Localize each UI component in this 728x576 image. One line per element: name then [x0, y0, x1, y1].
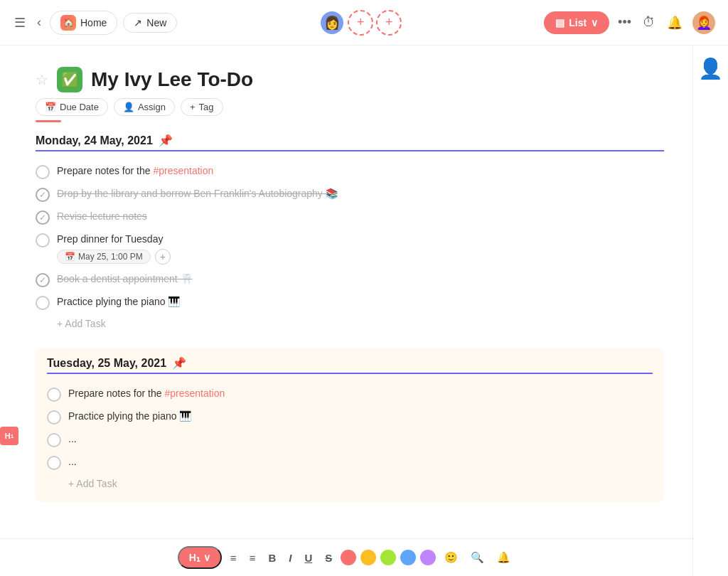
- task-item: Prepare notes for the #presentation: [47, 383, 653, 405]
- monday-section: Monday, 24 May, 2021 📌 Prepare notes for…: [36, 134, 664, 334]
- task-checkbox-1[interactable]: [36, 165, 50, 179]
- date-text-4: May 25, 1:00 PM: [78, 252, 143, 262]
- page-title: My Ivy Lee To-Do: [91, 68, 253, 91]
- tuesday-task-checkbox-3[interactable]: [47, 433, 61, 447]
- color-yellow[interactable]: [360, 550, 376, 565]
- color-green[interactable]: [380, 550, 396, 565]
- add-task-monday[interactable]: + Add Task: [36, 314, 664, 334]
- due-date-button[interactable]: 📅 Due Date: [36, 98, 108, 116]
- task-item: ...: [47, 428, 653, 451]
- tag-button[interactable]: + Tag: [181, 98, 223, 116]
- add-task-tuesday[interactable]: + Add Task: [47, 474, 653, 494]
- align-center-button[interactable]: ≡: [245, 549, 260, 567]
- h1-chevron-icon: ∨: [203, 552, 210, 563]
- add-member-button-1[interactable]: +: [348, 10, 373, 36]
- assign-icon: 👤: [123, 102, 134, 112]
- nav-right: ▤ List ∨ ••• ⏱ 🔔 👩‍🦰: [544, 10, 717, 36]
- search-format-button[interactable]: 🔍: [466, 548, 488, 567]
- task-item: ...: [47, 451, 653, 474]
- tuesday-task-checkbox-4[interactable]: [47, 456, 61, 470]
- search-format-icon: 🔍: [471, 551, 484, 563]
- task-checkbox-4[interactable]: [36, 233, 50, 247]
- color-blue[interactable]: [400, 550, 416, 565]
- h1-sub: 1: [11, 433, 14, 439]
- italic-button[interactable]: I: [284, 549, 296, 567]
- avatar-user1[interactable]: 👩: [319, 10, 345, 36]
- task-checkbox-6[interactable]: [36, 296, 50, 310]
- task-text-5: Book a dentist appointment 🦷: [57, 273, 193, 284]
- emoji-button[interactable]: 🙂: [440, 548, 462, 567]
- strikethrough-button[interactable]: S: [321, 549, 336, 567]
- task-text-3: Revise lecture notes: [57, 210, 147, 222]
- tag-icon: +: [190, 102, 196, 112]
- add-task-monday-label: + Add Task: [57, 318, 106, 329]
- task-text-2: Drop by the library and borrow Ben Frank…: [57, 188, 338, 199]
- align-center-icon: ≡: [250, 552, 256, 564]
- menu-button[interactable]: ☰: [11, 12, 28, 33]
- list-label: List: [569, 17, 587, 28]
- emoji-icon: 🙂: [444, 551, 458, 563]
- home-button[interactable]: 🏠 Home: [50, 11, 117, 35]
- bell-format-button[interactable]: 🔔: [493, 548, 515, 567]
- calendar-small-icon: 📅: [65, 252, 75, 262]
- task-content-2: Drop by the library and borrow Ben Frank…: [57, 186, 338, 201]
- add-date-button[interactable]: +: [155, 249, 171, 265]
- add-member-button-2[interactable]: +: [376, 10, 402, 36]
- underline-icon: U: [304, 552, 312, 564]
- task-text-4: Prep dinner for Tuesday: [57, 233, 163, 245]
- tuesday-emoji: 📌: [172, 356, 186, 370]
- page-header: ☆ ✅ My Ivy Lee To-Do: [36, 67, 664, 92]
- task-content-5: Book a dentist appointment 🦷: [57, 272, 193, 287]
- history-button[interactable]: ⏱: [640, 12, 658, 33]
- history-icon: ⏱: [643, 15, 655, 29]
- task-content-6: Practice plying the piano 🎹: [57, 294, 180, 309]
- new-icon: ↗: [134, 17, 142, 28]
- new-button[interactable]: ↗ New: [123, 13, 177, 33]
- notifications-button[interactable]: 🔔: [664, 12, 685, 33]
- color-red[interactable]: [341, 550, 356, 565]
- tuesday-header: Tuesday, 25 May, 2021 📌: [47, 356, 653, 374]
- star-icon[interactable]: ☆: [36, 71, 48, 88]
- h1-format-label: H₁: [189, 552, 200, 563]
- toolbar-row: 📅 Due Date 👤 Assign + Tag: [36, 98, 664, 116]
- current-user-avatar: 👩‍🦰: [692, 11, 715, 34]
- tag-label: Tag: [199, 102, 214, 112]
- task-item: ✓ Drop by the library and borrow Ben Fra…: [36, 183, 664, 206]
- bold-button[interactable]: B: [264, 549, 280, 567]
- main-layout: H1 ☆ ✅ My Ivy Lee To-Do 📅 Due Date 👤 Ass…: [0, 46, 728, 576]
- list-view-button[interactable]: ▤ List ∨: [544, 11, 609, 34]
- h1-badge[interactable]: H1: [0, 427, 18, 445]
- presentation-tag-2[interactable]: #presentation: [164, 388, 225, 399]
- presentation-tag-1[interactable]: #presentation: [153, 165, 213, 176]
- align-left-button[interactable]: ≡: [226, 549, 241, 567]
- bold-icon: B: [268, 552, 276, 564]
- assign-button[interactable]: 👤 Assign: [114, 98, 175, 116]
- task-content-1: Prepare notes for the #presentation: [57, 164, 213, 178]
- red-underline: [36, 120, 61, 122]
- avatar-img: 👩: [321, 11, 343, 34]
- bottom-toolbar: H₁ ∨ ≡ ≡ B I U S: [0, 538, 692, 576]
- task-item: ✓ Book a dentist appointment 🦷: [36, 268, 664, 291]
- home-icon: 🏠: [60, 15, 76, 31]
- task-item: Prep dinner for Tuesday 📅 May 25, 1:00 P…: [36, 228, 664, 268]
- task-checkbox-3[interactable]: ✓: [36, 210, 50, 225]
- avatar-current-user[interactable]: 👩‍🦰: [691, 10, 717, 36]
- tuesday-section: Tuesday, 25 May, 2021 📌 Prepare notes fo…: [36, 348, 664, 502]
- task-meta-4: 📅 May 25, 1:00 PM +: [57, 249, 171, 265]
- tuesday-heading: Tuesday, 25 May, 2021: [47, 357, 166, 370]
- nav-center: 👩 + +: [319, 10, 402, 36]
- more-options-button[interactable]: •••: [615, 12, 634, 33]
- sidebar-person-icon: 👤: [698, 57, 723, 80]
- task-checkbox-2[interactable]: ✓: [36, 188, 50, 202]
- date-badge-4[interactable]: 📅 May 25, 1:00 PM: [57, 250, 151, 264]
- color-purple[interactable]: [420, 550, 436, 565]
- task-checkbox-5[interactable]: ✓: [36, 273, 50, 287]
- back-button[interactable]: ‹: [34, 12, 44, 33]
- underline-button[interactable]: U: [300, 549, 316, 567]
- tuesday-task-checkbox-2[interactable]: [47, 410, 61, 425]
- h1-format-button[interactable]: H₁ ∨: [178, 546, 222, 569]
- title-icon: ✅: [57, 67, 82, 92]
- content-area: ☆ ✅ My Ivy Lee To-Do 📅 Due Date 👤 Assign…: [0, 46, 692, 576]
- tuesday-task-checkbox-1[interactable]: [47, 388, 61, 402]
- task-content-4: Prep dinner for Tuesday 📅 May 25, 1:00 P…: [57, 232, 171, 265]
